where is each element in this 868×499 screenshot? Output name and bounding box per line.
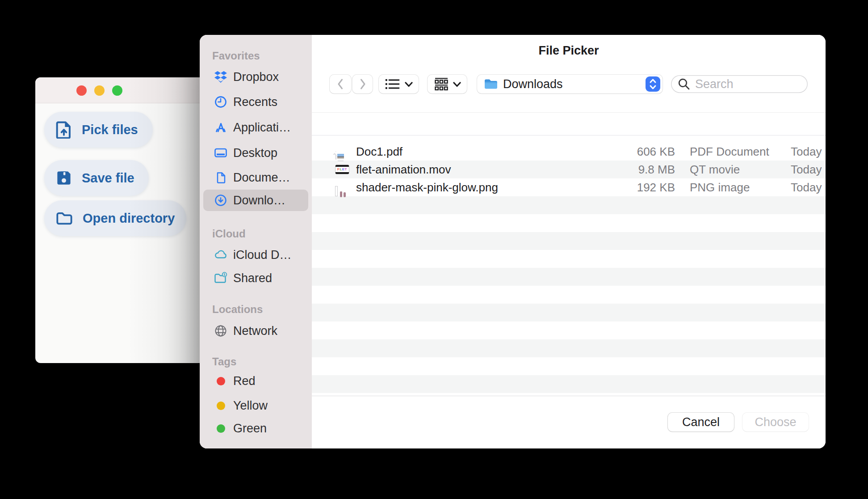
globe-icon [214, 324, 227, 338]
minimize-traffic-light[interactable] [94, 85, 105, 96]
folder-icon [56, 211, 73, 226]
cancel-button[interactable]: Cancel [668, 413, 734, 431]
file-picker-dialog: Favorites Dropbox Recents Applications D… [200, 35, 826, 448]
document-icon [214, 171, 227, 184]
pick-files-label: Pick files [82, 123, 138, 137]
shared-folder-icon [214, 271, 227, 285]
sidebar-item-network[interactable]: Network [203, 320, 308, 342]
location-label: Downloads [503, 77, 563, 91]
chevron-down-icon [453, 81, 461, 87]
dialog-title: File Picker [312, 44, 826, 58]
pick-files-button[interactable]: Pick files [44, 112, 153, 148]
app-window-titlebar[interactable] [35, 77, 204, 103]
app-window: Pick files Save file Open directory [35, 77, 204, 363]
sidebar-section-tags: Tags [200, 355, 312, 368]
search-icon [677, 77, 691, 91]
chevron-left-icon [336, 77, 345, 91]
sidebar-item-applications[interactable]: Applications [203, 117, 308, 138]
open-directory-label: Open directory [83, 211, 175, 226]
green-tag-icon [214, 422, 227, 435]
group-by-dropdown[interactable] [428, 75, 467, 93]
search-input[interactable]: Search [671, 75, 808, 93]
sidebar-item-documents[interactable]: Documents [203, 167, 308, 188]
sidebar-section-locations: Locations [200, 303, 312, 316]
back-button[interactable] [330, 75, 351, 93]
sidebar-item-recents[interactable]: Recents [203, 91, 308, 113]
movie-file-icon: FLET [335, 165, 349, 174]
popup-stepper-icon[interactable] [646, 76, 660, 92]
sidebar-section-icloud: iCloud [200, 227, 312, 241]
sidebar: Favorites Dropbox Recents Applications D… [200, 35, 312, 448]
sidebar-item-tag-green[interactable]: Green [203, 418, 308, 439]
sidebar-section-favorites: Favorites [200, 49, 312, 63]
desktop-icon [214, 146, 227, 160]
download-circle-icon [214, 194, 227, 207]
file-row-shader-mask-png[interactable]: shader-mask-pink-glow.png 192 KB PNG ima… [312, 178, 826, 196]
save-file-button[interactable]: Save file [44, 160, 149, 196]
location-popup[interactable]: Downloads [477, 75, 663, 93]
red-tag-icon [214, 374, 227, 388]
sidebar-item-dropbox[interactable]: Dropbox [203, 66, 308, 88]
list-view-icon [385, 78, 400, 90]
blue-folder-icon [484, 78, 498, 90]
yellow-tag-icon [214, 399, 227, 412]
sidebar-item-shared[interactable]: Shared [203, 267, 308, 289]
list-header: Name Size Kind Date Added [312, 112, 826, 135]
chevron-down-icon [405, 81, 413, 87]
app-store-icon [214, 121, 227, 134]
file-row-flet-animation-mov[interactable]: FLET flet-animation.mov 9.8 MB QT movie … [312, 161, 826, 178]
file-picker-main: File Picker Downloads [312, 35, 826, 448]
group-grid-icon [434, 77, 449, 91]
view-mode-dropdown[interactable] [379, 75, 419, 93]
sidebar-item-tag-red[interactable]: Red [203, 370, 308, 392]
chevron-right-icon [358, 77, 367, 91]
sidebar-item-tag-yellow[interactable]: Yellow [203, 395, 308, 416]
forward-button[interactable] [352, 75, 373, 93]
search-placeholder: Search [695, 77, 734, 91]
sidebar-item-downloads[interactable]: Downloads [203, 190, 308, 211]
image-file-icon [335, 186, 337, 196]
save-floppy-icon [56, 169, 72, 186]
pdf-file-icon [335, 151, 336, 160]
cloud-icon [214, 248, 227, 262]
maximize-traffic-light[interactable] [112, 85, 122, 96]
open-directory-button[interactable]: Open directory [44, 200, 186, 236]
clock-icon [214, 95, 227, 109]
file-list: Doc1.pdf 606 KB PDF Document Today FLET … [312, 143, 826, 396]
choose-button[interactable]: Choose [742, 413, 809, 431]
dropbox-icon [214, 70, 227, 84]
sidebar-item-icloud-drive[interactable]: iCloud Drive [203, 244, 308, 266]
close-traffic-light[interactable] [76, 85, 87, 96]
file-upload-icon [56, 121, 72, 139]
save-file-label: Save file [82, 171, 134, 186]
file-row-doc1-pdf[interactable]: Doc1.pdf 606 KB PDF Document Today [312, 143, 826, 161]
sidebar-item-desktop[interactable]: Desktop [203, 142, 308, 164]
footer-divider [312, 396, 826, 396]
